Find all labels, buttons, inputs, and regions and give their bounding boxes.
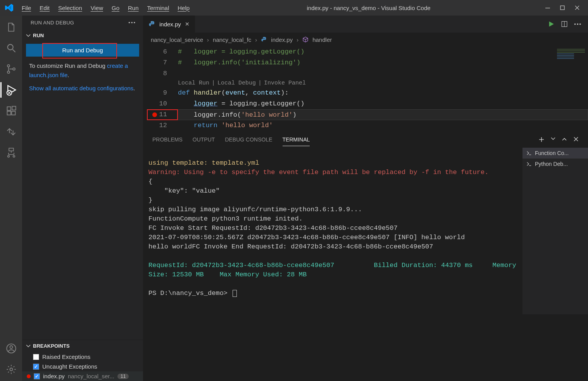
editor-tabs: index.py ✕ ••• [143,16,588,33]
run-and-debug-button[interactable]: Run and Debug [26,44,139,57]
menu-terminal[interactable]: Terminal [143,3,173,13]
svg-rect-7 [7,107,10,110]
activity-remote[interactable] [5,126,17,138]
breakpoint-uncaught-exceptions[interactable]: ✓ Uncaught Exceptions [22,362,143,371]
window-controls [544,4,581,12]
svg-point-16 [10,368,12,371]
breadcrumb[interactable]: nancy_local_service› nancy_local_fc› ind… [143,33,588,47]
more-icon[interactable]: ••• [128,20,136,26]
close-panel-button[interactable] [573,136,579,143]
svg-rect-0 [545,8,550,8]
svg-rect-11 [9,148,14,151]
sidebar-title: RUN AND DEBUG ••• [22,16,143,29]
svg-point-2 [7,45,13,50]
svg-rect-8 [7,111,10,115]
panel-tab-debug-console[interactable]: DEBUG CONSOLE [225,133,272,146]
menu-edit[interactable]: Edit [36,3,53,13]
panel-tab-terminal[interactable]: TERMINAL [283,133,310,146]
svg-point-15 [10,346,12,348]
menu-help[interactable]: Help [174,3,193,13]
activity-bar [0,16,22,381]
panel-tab-problems[interactable]: PROBLEMS [152,133,183,146]
menu-selection[interactable]: Selection [54,3,86,13]
terminal-list: Function Co... Python Deb... [522,148,588,314]
svg-point-3 [7,65,10,67]
run-section-header[interactable]: RUN [22,29,143,41]
checkbox-icon[interactable] [33,354,39,360]
menu-view[interactable]: View [87,3,107,13]
menu-go[interactable]: Go [108,3,123,13]
svg-point-5 [13,68,15,70]
svg-rect-9 [12,111,15,115]
codelens[interactable]: Local Run| Local Debug| Invoke Panel [178,79,588,88]
code-editor[interactable]: 6 7 8 9 10 11 12 # logger = logging.getL… [143,47,588,131]
symbol-icon [302,36,309,43]
chevron-down-icon [26,344,31,348]
maximize-panel-button[interactable] [562,136,567,143]
cursor [233,290,237,297]
split-editor-button[interactable] [561,21,568,28]
activity-search[interactable] [5,42,17,54]
chevron-down-icon [26,33,31,38]
maximize-button[interactable] [559,4,566,12]
more-icon[interactable]: ••• [574,21,582,27]
breakpoints-header[interactable]: BREAKPOINTS [22,340,143,352]
terminal-output[interactable]: using template: template.yml Warning: Us… [143,148,522,314]
panel-tabs: PROBLEMS OUTPUT DEBUG CONSOLE TERMINAL [143,131,588,148]
terminal-item-function-compute[interactable]: Function Co... [522,148,588,159]
terminal-icon [526,150,532,156]
tab-index-py[interactable]: index.py ✕ [143,16,195,33]
line-badge: 11 [117,374,129,379]
svg-rect-10 [12,106,16,110]
vscode-logo-icon [5,3,14,12]
breakpoint-raised-exceptions[interactable]: Raised Exceptions [22,352,143,362]
activity-aliyun[interactable] [5,147,17,159]
menu-file[interactable]: File [18,3,35,13]
close-icon[interactable]: ✕ [185,21,190,27]
activity-explorer[interactable] [5,21,17,33]
sidebar: RUN AND DEBUG ••• RUN Run and Debug To c… [22,16,143,381]
panel: PROBLEMS OUTPUT DEBUG CONSOLE TERMINAL u… [143,131,588,314]
window-title: index.py - nancy_vs_demo - Visual Studio… [193,5,544,11]
minimap[interactable] [555,48,586,64]
gutter[interactable]: 6 7 8 9 10 11 12 [143,47,178,131]
run-file-button[interactable] [548,21,555,28]
checkbox-checked-icon[interactable]: ✓ [33,364,39,370]
customize-hint: To customize Run and Debug create a laun… [22,60,143,83]
close-button[interactable] [573,4,581,12]
python-file-icon [261,36,267,43]
titlebar: File Edit Selection View Go Run Terminal… [0,0,588,16]
activity-settings[interactable] [5,363,17,376]
activity-source-control[interactable] [5,63,17,75]
panel-tab-output[interactable]: OUTPUT [193,133,215,146]
svg-point-13 [13,155,15,157]
activity-accounts[interactable] [5,342,17,355]
checkbox-checked-icon[interactable]: ✓ [34,373,40,379]
svg-rect-1 [560,6,564,10]
terminal-item-python-debug[interactable]: Python Deb... [522,159,588,169]
show-all-configs-link[interactable]: Show all automatic debug configurations [29,85,133,91]
breakpoint-dot-icon [27,374,31,378]
dropdown-icon[interactable] [551,136,555,143]
menu-run[interactable]: Run [124,3,143,13]
svg-point-4 [7,71,10,73]
new-terminal-button[interactable] [538,136,545,143]
python-file-icon [148,21,155,28]
terminal-icon [526,161,532,167]
minimize-button[interactable] [544,4,552,12]
highlight-box [147,109,178,120]
activity-extensions[interactable] [5,105,17,117]
activity-run-debug[interactable] [5,84,17,96]
breakpoint-file-row[interactable]: ✓ index.py nancy_local_ser... 11 [22,371,143,381]
menu-bar: File Edit Selection View Go Run Terminal… [18,3,193,13]
editor-area: index.py ✕ ••• nancy_local_service› nanc… [143,16,588,381]
svg-point-17 [151,22,152,22]
svg-point-12 [7,155,9,157]
